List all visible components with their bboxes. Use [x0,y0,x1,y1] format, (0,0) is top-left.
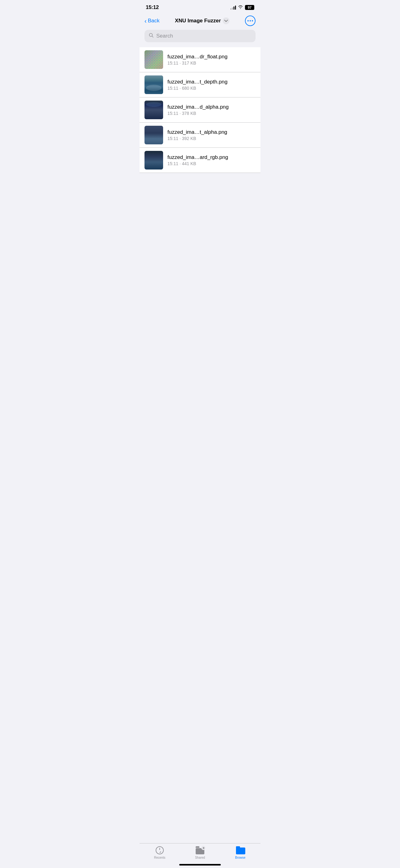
file-info: fuzzed_ima…t_depth.png 15:11 · 680 KB [167,79,256,91]
file-thumbnail [144,101,163,119]
file-item[interactable]: fuzzed_ima…t_alpha.png 15:11 · 392 KB [139,123,261,148]
back-label: Back [148,18,160,24]
file-name: fuzzed_ima…ard_rgb.png [167,154,256,160]
more-options-button[interactable] [245,16,256,26]
file-name: fuzzed_ima…dr_float.png [167,54,256,60]
tab-recents[interactable]: Recents [139,846,180,859]
wifi-icon [238,5,243,10]
file-thumbnail [144,126,163,144]
file-item[interactable]: fuzzed_ima…dr_float.png 15:11 · 317 KB [139,47,261,72]
file-name: fuzzed_ima…d_alpha.png [167,104,256,110]
file-name: fuzzed_ima…t_alpha.png [167,129,256,135]
dropdown-button[interactable] [223,18,229,24]
search-bar[interactable]: Search [144,30,256,42]
search-container: Search [139,30,261,47]
back-button[interactable]: ‹ Back [144,18,159,24]
status-time: 15:12 [146,4,159,10]
battery-level: 97 [245,5,254,10]
file-thumbnail [144,151,163,169]
browse-icon [236,846,245,855]
status-bar: 15:12 97 [139,0,261,13]
status-icons: 97 [230,5,254,10]
file-item[interactable]: fuzzed_ima…ard_rgb.png 15:11 · 441 KB [139,148,261,173]
file-thumbnail [144,50,163,69]
signal-icon [230,5,236,10]
content-spacer [139,173,261,866]
tab-shared-label: Shared [195,856,205,859]
tab-browse[interactable]: Browse [220,846,261,859]
file-thumbnail [144,75,163,94]
file-info: fuzzed_ima…t_alpha.png 15:11 · 392 KB [167,129,256,141]
tab-recents-label: Recents [154,856,166,859]
file-info: fuzzed_ima…d_alpha.png 15:11 · 378 KB [167,104,256,116]
file-info: fuzzed_ima…dr_float.png 15:11 · 317 KB [167,54,256,65]
nav-title: XNU Image Fuzzer [175,18,221,24]
file-item[interactable]: fuzzed_ima…d_alpha.png 15:11 · 378 KB [139,97,261,123]
ellipsis-icon [247,20,253,22]
file-meta: 15:11 · 317 KB [167,61,256,65]
file-meta: 15:11 · 392 KB [167,136,256,141]
search-icon [149,33,154,39]
search-placeholder: Search [156,33,173,39]
chevron-left-icon: ‹ [144,18,147,24]
main-content: fuzzed_ima…dr_float.png 15:11 · 317 KB f… [139,47,261,868]
recents-icon [155,846,164,855]
file-meta: 15:11 · 441 KB [167,161,256,166]
tab-shared[interactable]: Shared [180,846,220,859]
nav-bar: ‹ Back XNU Image Fuzzer [139,13,261,30]
shared-icon [196,846,204,855]
home-indicator [179,864,221,866]
tab-browse-label: Browse [235,856,245,859]
file-item[interactable]: fuzzed_ima…t_depth.png 15:11 · 680 KB [139,72,261,97]
file-info: fuzzed_ima…ard_rgb.png 15:11 · 441 KB [167,154,256,166]
file-list: fuzzed_ima…dr_float.png 15:11 · 317 KB f… [139,47,261,173]
file-meta: 15:11 · 378 KB [167,111,256,116]
battery-icon: 97 [245,5,254,10]
file-meta: 15:11 · 680 KB [167,86,256,91]
nav-title-container: XNU Image Fuzzer [175,18,229,24]
file-name: fuzzed_ima…t_depth.png [167,79,256,85]
